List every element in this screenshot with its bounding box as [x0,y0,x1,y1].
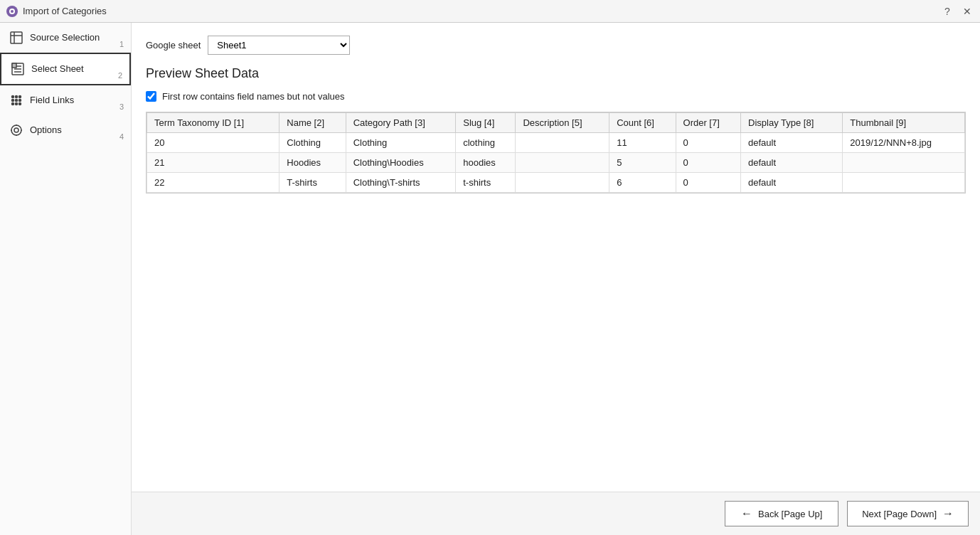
sidebar-item-source-selection[interactable]: Source Selection 1 [0,23,131,53]
sidebar-item-source-label: Source Selection [30,32,100,44]
sheet-icon [10,61,26,77]
window-title: Import of Categories [23,6,940,16]
table-cell-7: default [741,153,843,173]
close-button[interactable]: ✕ [960,4,974,18]
table-cell-2: Clothing [346,133,456,153]
table-row: 22T-shirtsClothing\T-shirtst-shirts60def… [147,173,965,193]
app-icon [6,5,18,18]
svg-point-2 [11,10,14,13]
preview-title: Preview Sheet Data [146,66,966,81]
titlebar: Import of Categories ? ✕ [0,0,980,23]
svg-point-17 [19,96,21,98]
svg-rect-10 [12,63,16,68]
table-cell-2: Clothing\T-shirts [346,173,456,193]
col-thumbnail: Thumbnail [9] [843,113,965,133]
help-button[interactable]: ? [940,4,954,18]
titlebar-buttons: ? ✕ [940,4,974,18]
table-cell-4 [516,173,609,193]
next-label: Next [Page Down] [862,509,937,519]
table-cell-3: hoodies [456,153,516,173]
table-cell-1: T-shirts [279,173,346,193]
svg-point-14 [16,96,18,98]
table-header: Term Taxonomy ID [1] Name [2] Category P… [147,113,965,133]
table-cell-1: Clothing [279,133,346,153]
next-button[interactable]: Next [Page Down] → [847,501,969,526]
svg-point-18 [19,100,21,102]
first-row-checkbox[interactable] [146,91,156,102]
svg-point-21 [14,128,18,132]
table-cell-0: 22 [147,173,279,193]
svg-point-13 [12,103,14,105]
table-cell-3: t-shirts [456,173,516,193]
col-display-type: Display Type [8] [741,113,843,133]
table-cell-2: Clothing\Hoodies [346,153,456,173]
col-category-path: Category Path [3] [346,113,456,133]
sidebar-item-select-sheet[interactable]: Select Sheet 2 [0,53,131,85]
table-cell-3: clothing [456,133,516,153]
google-sheet-label: Google sheet [146,40,201,51]
table-cell-1: Hoodies [279,153,346,173]
content-area: Google sheet Sheet1 Sheet2 Sheet3 Previe… [132,23,980,535]
table-row: 21HoodiesClothing\Hoodieshoodies50defaul… [147,153,965,173]
main-layout: Source Selection 1 Select Sheet 2 [0,23,980,535]
svg-point-12 [12,100,14,102]
col-slug: Slug [4] [456,113,516,133]
links-icon [9,92,24,108]
table-cell-0: 20 [147,133,279,153]
svg-point-11 [12,96,14,98]
col-name: Name [2] [279,113,346,133]
sidebar-item-field-links[interactable]: Field Links 3 [0,85,131,115]
sidebar: Source Selection 1 Select Sheet 2 [0,23,132,535]
google-sheet-row: Google sheet Sheet1 Sheet2 Sheet3 [146,36,966,55]
sidebar-item-sheet-step: 2 [118,71,122,80]
next-arrow-icon: → [942,507,954,520]
svg-point-16 [16,103,18,105]
first-row-label[interactable]: First row contains field names but not v… [162,91,345,102]
table-cell-5: 5 [609,153,676,173]
table-cell-0: 21 [147,153,279,173]
table-cell-4 [516,153,609,173]
footer: ← Back [Page Up] Next [Page Down] → [132,492,980,535]
table-cell-7: default [741,173,843,193]
table-row: 20ClothingClothingclothing110default2019… [147,133,965,153]
back-button[interactable]: ← Back [Page Up] [725,501,838,526]
options-icon [9,122,24,138]
table-cell-8: 2019/12/NNN+8.jpg [843,133,965,153]
table-cell-6: 0 [676,153,740,173]
source-icon [9,30,24,46]
sidebar-item-options[interactable]: Options 4 [0,115,131,145]
col-order: Order [7] [676,113,740,133]
table-body: 20ClothingClothingclothing110default2019… [147,133,965,193]
svg-point-20 [11,125,21,135]
col-description: Description [5] [516,113,609,133]
sidebar-item-sheet-label: Select Sheet [31,63,84,75]
col-count: Count [6] [609,113,676,133]
svg-point-15 [16,100,18,102]
data-table-wrapper: Term Taxonomy ID [1] Name [2] Category P… [146,112,966,194]
table-cell-6: 0 [676,133,740,153]
google-sheet-select[interactable]: Sheet1 Sheet2 Sheet3 [208,36,350,55]
back-arrow-icon: ← [741,507,752,520]
table-cell-5: 11 [609,133,676,153]
col-term-taxonomy-id: Term Taxonomy ID [1] [147,113,279,133]
svg-point-19 [19,103,21,105]
table-cell-7: default [741,133,843,153]
sidebar-item-links-step: 3 [119,102,124,111]
data-table: Term Taxonomy ID [1] Name [2] Category P… [147,112,965,193]
table-cell-4 [516,133,609,153]
sidebar-item-source-step: 1 [119,40,124,48]
sidebar-item-links-label: Field Links [30,95,74,107]
table-cell-8 [843,153,965,173]
sidebar-item-options-label: Options [30,125,62,137]
back-label: Back [Page Up] [758,509,822,519]
checkbox-row: First row contains field names but not v… [146,91,966,102]
table-cell-6: 0 [676,173,740,193]
svg-rect-3 [11,32,22,43]
sidebar-item-options-step: 4 [119,132,124,141]
content-inner: Google sheet Sheet1 Sheet2 Sheet3 Previe… [132,23,980,492]
table-cell-8 [843,173,965,193]
table-cell-5: 6 [609,173,676,193]
table-header-row: Term Taxonomy ID [1] Name [2] Category P… [147,113,965,133]
